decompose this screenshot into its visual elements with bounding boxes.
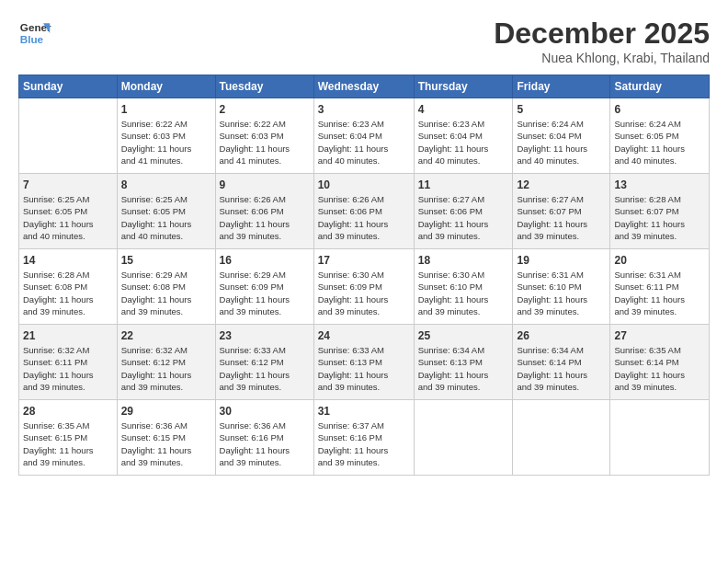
day-number: 7: [23, 178, 113, 192]
day-info: Sunrise: 6:31 AMSunset: 6:11 PMDaylight:…: [614, 269, 705, 317]
day-info: Sunrise: 6:23 AMSunset: 6:04 PMDaylight:…: [418, 118, 509, 167]
day-info: Sunrise: 6:25 AMSunset: 6:05 PMDaylight:…: [121, 193, 211, 242]
header-day-sunday: Sunday: [19, 75, 118, 98]
day-info: Sunrise: 6:32 AMSunset: 6:12 PMDaylight:…: [121, 344, 211, 393]
header-day-monday: Monday: [117, 75, 215, 98]
calendar-cell: 8Sunrise: 6:25 AMSunset: 6:05 PMDaylight…: [117, 174, 215, 249]
week-row-4: 21Sunrise: 6:32 AMSunset: 6:11 PMDayligh…: [19, 325, 710, 400]
day-info: Sunrise: 6:36 AMSunset: 6:16 PMDaylight:…: [220, 419, 310, 468]
day-number: 24: [318, 328, 410, 343]
day-number: 3: [318, 102, 410, 117]
header: General Blue General Blue December 2025 …: [18, 17, 710, 65]
header-day-friday: Friday: [513, 75, 610, 98]
day-number: 29: [121, 404, 211, 419]
calendar-cell: 28Sunrise: 6:35 AMSunset: 6:15 PMDayligh…: [19, 400, 118, 476]
calendar-cell: 6Sunrise: 6:24 AMSunset: 6:05 PMDaylight…: [610, 98, 710, 174]
calendar-cell: 30Sunrise: 6:36 AMSunset: 6:16 PMDayligh…: [215, 400, 313, 476]
day-number: 12: [517, 178, 606, 192]
calendar-cell: 23Sunrise: 6:33 AMSunset: 6:12 PMDayligh…: [215, 325, 313, 400]
calendar-cell: 22Sunrise: 6:32 AMSunset: 6:12 PMDayligh…: [117, 325, 215, 400]
day-info: Sunrise: 6:27 AMSunset: 6:07 PMDaylight:…: [517, 193, 606, 242]
day-number: 26: [517, 328, 606, 343]
day-info: Sunrise: 6:28 AMSunset: 6:08 PMDaylight:…: [23, 269, 113, 317]
calendar-header: SundayMondayTuesdayWednesdayThursdayFrid…: [19, 75, 710, 98]
day-info: Sunrise: 6:27 AMSunset: 6:06 PMDaylight:…: [418, 193, 509, 242]
day-info: Sunrise: 6:35 AMSunset: 6:15 PMDaylight:…: [23, 419, 113, 468]
day-info: Sunrise: 6:22 AMSunset: 6:03 PMDaylight:…: [121, 118, 211, 167]
day-number: 13: [614, 178, 705, 192]
calendar-cell: 24Sunrise: 6:33 AMSunset: 6:13 PMDayligh…: [313, 325, 414, 400]
calendar-cell: 3Sunrise: 6:23 AMSunset: 6:04 PMDaylight…: [313, 98, 414, 174]
header-day-tuesday: Tuesday: [215, 75, 313, 98]
day-number: 31: [318, 404, 410, 419]
calendar-cell: 18Sunrise: 6:30 AMSunset: 6:10 PMDayligh…: [414, 249, 513, 325]
week-row-3: 14Sunrise: 6:28 AMSunset: 6:08 PMDayligh…: [19, 249, 710, 325]
day-number: 14: [23, 253, 113, 268]
day-info: Sunrise: 6:26 AMSunset: 6:06 PMDaylight:…: [318, 193, 410, 242]
calendar-cell: 26Sunrise: 6:34 AMSunset: 6:14 PMDayligh…: [513, 325, 610, 400]
day-number: 16: [220, 253, 310, 268]
calendar-cell: 4Sunrise: 6:23 AMSunset: 6:04 PMDaylight…: [414, 98, 513, 174]
day-info: Sunrise: 6:23 AMSunset: 6:04 PMDaylight:…: [318, 118, 410, 167]
calendar-cell: 17Sunrise: 6:30 AMSunset: 6:09 PMDayligh…: [313, 249, 414, 325]
calendar: SundayMondayTuesdayWednesdayThursdayFrid…: [18, 75, 710, 476]
calendar-cell: 31Sunrise: 6:37 AMSunset: 6:16 PMDayligh…: [313, 400, 414, 476]
day-number: 22: [121, 328, 211, 343]
day-info: Sunrise: 6:35 AMSunset: 6:14 PMDaylight:…: [614, 344, 705, 393]
calendar-cell: 9Sunrise: 6:26 AMSunset: 6:06 PMDaylight…: [215, 174, 313, 249]
day-number: 20: [614, 253, 705, 268]
location: Nuea Khlong, Krabi, Thailand: [494, 51, 710, 65]
calendar-cell: 10Sunrise: 6:26 AMSunset: 6:06 PMDayligh…: [313, 174, 414, 249]
day-number: 9: [220, 178, 310, 192]
day-info: Sunrise: 6:33 AMSunset: 6:13 PMDaylight:…: [318, 344, 410, 393]
day-info: Sunrise: 6:34 AMSunset: 6:14 PMDaylight:…: [517, 344, 606, 393]
day-number: 4: [418, 102, 509, 117]
day-number: 25: [418, 328, 509, 343]
day-number: 19: [517, 253, 606, 268]
day-number: 21: [23, 328, 113, 343]
header-day-wednesday: Wednesday: [313, 75, 414, 98]
calendar-cell: 29Sunrise: 6:36 AMSunset: 6:15 PMDayligh…: [117, 400, 215, 476]
calendar-cell: 25Sunrise: 6:34 AMSunset: 6:13 PMDayligh…: [414, 325, 513, 400]
day-info: Sunrise: 6:37 AMSunset: 6:16 PMDaylight:…: [318, 419, 410, 468]
calendar-cell: 1Sunrise: 6:22 AMSunset: 6:03 PMDaylight…: [117, 98, 215, 174]
day-number: 1: [121, 102, 211, 117]
calendar-cell: 7Sunrise: 6:25 AMSunset: 6:05 PMDaylight…: [19, 174, 118, 249]
calendar-cell: 27Sunrise: 6:35 AMSunset: 6:14 PMDayligh…: [610, 325, 710, 400]
calendar-cell: 11Sunrise: 6:27 AMSunset: 6:06 PMDayligh…: [414, 174, 513, 249]
week-row-5: 28Sunrise: 6:35 AMSunset: 6:15 PMDayligh…: [19, 400, 710, 476]
page: General Blue General Blue December 2025 …: [0, 0, 728, 563]
day-info: Sunrise: 6:29 AMSunset: 6:08 PMDaylight:…: [121, 269, 211, 317]
day-number: 10: [318, 178, 410, 192]
day-info: Sunrise: 6:30 AMSunset: 6:10 PMDaylight:…: [418, 269, 509, 317]
calendar-cell: [513, 400, 610, 476]
calendar-cell: 20Sunrise: 6:31 AMSunset: 6:11 PMDayligh…: [610, 249, 710, 325]
day-info: Sunrise: 6:29 AMSunset: 6:09 PMDaylight:…: [220, 269, 310, 317]
calendar-cell: 14Sunrise: 6:28 AMSunset: 6:08 PMDayligh…: [19, 249, 118, 325]
day-number: 27: [614, 328, 705, 343]
header-day-thursday: Thursday: [414, 75, 513, 98]
day-number: 28: [23, 404, 113, 419]
day-info: Sunrise: 6:36 AMSunset: 6:15 PMDaylight:…: [121, 419, 211, 468]
day-info: Sunrise: 6:34 AMSunset: 6:13 PMDaylight:…: [418, 344, 509, 393]
day-info: Sunrise: 6:25 AMSunset: 6:05 PMDaylight:…: [23, 193, 113, 242]
calendar-cell: 16Sunrise: 6:29 AMSunset: 6:09 PMDayligh…: [215, 249, 313, 325]
calendar-cell: [19, 98, 118, 174]
day-info: Sunrise: 6:22 AMSunset: 6:03 PMDaylight:…: [220, 118, 310, 167]
calendar-cell: 15Sunrise: 6:29 AMSunset: 6:08 PMDayligh…: [117, 249, 215, 325]
day-number: 17: [318, 253, 410, 268]
day-info: Sunrise: 6:28 AMSunset: 6:07 PMDaylight:…: [614, 193, 705, 242]
day-number: 18: [418, 253, 509, 268]
day-info: Sunrise: 6:24 AMSunset: 6:05 PMDaylight:…: [614, 118, 705, 167]
logo-icon: General Blue: [18, 17, 51, 50]
month-title: December 2025: [494, 17, 710, 51]
day-info: Sunrise: 6:33 AMSunset: 6:12 PMDaylight:…: [220, 344, 310, 393]
day-number: 30: [220, 404, 310, 419]
calendar-cell: 5Sunrise: 6:24 AMSunset: 6:04 PMDaylight…: [513, 98, 610, 174]
calendar-cell: 2Sunrise: 6:22 AMSunset: 6:03 PMDaylight…: [215, 98, 313, 174]
day-number: 5: [517, 102, 606, 117]
day-info: Sunrise: 6:24 AMSunset: 6:04 PMDaylight:…: [517, 118, 606, 167]
day-info: Sunrise: 6:31 AMSunset: 6:10 PMDaylight:…: [517, 269, 606, 317]
title-block: December 2025 Nuea Khlong, Krabi, Thaila…: [494, 17, 710, 65]
calendar-cell: [414, 400, 513, 476]
